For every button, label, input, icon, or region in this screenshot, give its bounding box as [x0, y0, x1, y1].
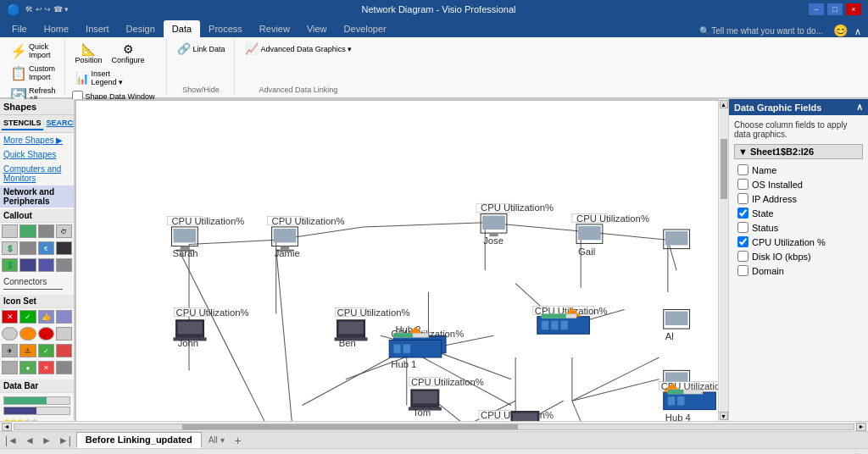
position-btn[interactable]: 📐 Position	[72, 41, 106, 66]
callout-shape-3[interactable]	[38, 224, 54, 238]
advanced-data-graphics-btn[interactable]: 📈 Advanced Data Graphics ▾	[242, 41, 356, 57]
right-scrollbar[interactable]: ▲ ▼	[718, 99, 728, 421]
field-os-installed[interactable]: OS Installed	[734, 177, 863, 191]
icon-set-shape-6[interactable]	[19, 327, 36, 340]
icon-set-shape-2[interactable]: ✓	[19, 310, 36, 324]
callout-shape-10[interactable]	[19, 258, 36, 272]
scroll-track-h[interactable]	[14, 424, 854, 430]
callout-shape-11[interactable]	[38, 258, 54, 272]
icon-set-shape-8[interactable]	[56, 327, 72, 340]
data-bar-stars[interactable]: ★★★★★	[3, 417, 70, 421]
svg-text:Hub 1: Hub 1	[391, 359, 416, 369]
data-bar-1[interactable]	[3, 396, 70, 405]
more-shapes-link[interactable]: More Shapes ▶	[0, 133, 74, 147]
callout-shape-12[interactable]	[56, 258, 72, 272]
scroll-left-btn[interactable]: ◄	[2, 423, 12, 431]
callout-shape-1[interactable]	[2, 224, 18, 238]
icon-set-shape-12[interactable]	[56, 344, 72, 357]
tab-nav-last[interactable]: ►|	[57, 435, 73, 446]
insert-legend-btn[interactable]: 📊 InsertLegend ▾	[72, 68, 127, 88]
data-bar-section-header: Data Bar	[0, 379, 74, 393]
maximize-button[interactable]: □	[827, 3, 843, 15]
svg-text:Al: Al	[665, 331, 674, 341]
tab-nav-prev[interactable]: ◄	[23, 435, 36, 446]
icon-set-shape-11[interactable]: ✓	[38, 344, 54, 357]
search-tab[interactable]: SEARCH	[45, 117, 75, 130]
tab-nav-next[interactable]: ►	[40, 435, 53, 446]
window-title: Network Diagram - Visio Professional	[69, 4, 809, 14]
callout-shape-9[interactable]: 💲	[2, 258, 18, 272]
tab-insert[interactable]: Insert	[77, 20, 118, 37]
scroll-thumb[interactable]	[721, 139, 727, 200]
tab-developer[interactable]: Developer	[336, 20, 395, 37]
field-state[interactable]: State	[734, 206, 863, 220]
icon-set-shape-14[interactable]: ●	[19, 361, 36, 374]
scroll-track[interactable]	[720, 108, 728, 412]
icon-set-shape-13[interactable]	[2, 361, 18, 374]
field-cpu-utilization[interactable]: CPU Utilization %	[734, 235, 863, 249]
callout-shape-2[interactable]	[19, 224, 36, 238]
icon-set-shape-4[interactable]	[56, 310, 72, 324]
data-bar-2[interactable]	[3, 407, 70, 415]
field-name[interactable]: Name	[734, 163, 863, 177]
field-status[interactable]: Status	[734, 220, 863, 235]
scroll-down-btn[interactable]: ▼	[720, 412, 728, 420]
tab-before-linking[interactable]: Before Linking_updated	[76, 432, 202, 448]
group-external-data: ⚡ QuickImport 📋 CustomImport 🔄 R	[2, 39, 65, 96]
sheet-expand-icon[interactable]: ▼	[738, 147, 748, 157]
tab-data[interactable]: Data	[164, 20, 200, 37]
rp-sheet-header[interactable]: ▼ Sheet1$B2:I26	[734, 144, 863, 159]
field-state-checkbox[interactable]	[737, 208, 748, 219]
tab-home[interactable]: Home	[36, 20, 77, 37]
minimize-button[interactable]: −	[809, 3, 824, 15]
scroll-up-btn[interactable]: ▲	[720, 100, 728, 108]
tab-process[interactable]: Process	[200, 20, 251, 37]
add-tab-btn[interactable]: +	[231, 434, 245, 447]
icon-set-shape-9[interactable]: ✈	[2, 344, 18, 357]
scroll-thumb-h[interactable]	[182, 424, 518, 429]
icon-set-shape-7[interactable]	[38, 327, 54, 340]
tab-nav-first[interactable]: |◄	[3, 435, 19, 446]
tab-view[interactable]: View	[298, 20, 336, 37]
icon-set-shape-10[interactable]: ⚠	[19, 344, 36, 357]
field-disk-io-checkbox[interactable]	[737, 251, 748, 262]
icon-set-shape-3[interactable]: 👍	[38, 310, 54, 324]
horizontal-scrollbar[interactable]: ◄ ►	[0, 421, 868, 431]
tab-dropdown-btn[interactable]: All ▾	[205, 435, 228, 445]
ribbon-collapse-btn[interactable]: ∧	[851, 26, 865, 37]
field-disk-io[interactable]: Disk IO (kbps)	[734, 249, 863, 263]
icon-set-shape-16[interactable]	[56, 361, 72, 374]
stencils-tab[interactable]: STENCILS	[2, 117, 43, 130]
callout-shape-5[interactable]: 💲	[2, 241, 18, 255]
field-ip-address-checkbox[interactable]	[737, 193, 748, 204]
close-button[interactable]: ×	[846, 3, 861, 15]
field-domain[interactable]: Domain	[734, 263, 863, 278]
field-status-checkbox[interactable]	[737, 222, 748, 233]
icon-set-shape-5[interactable]	[2, 327, 18, 340]
icon-set-shape-15[interactable]: ✕	[38, 361, 54, 374]
callout-shape-7[interactable]: €	[38, 241, 54, 255]
canvas-area[interactable]: CPU Utilization% Sarah CPU Utilization% …	[75, 99, 718, 421]
connector-visual[interactable]	[3, 289, 63, 290]
field-os-installed-checkbox[interactable]	[737, 179, 748, 190]
field-ip-address[interactable]: IP Address	[734, 191, 863, 206]
network-peripherals-link[interactable]: Network and Peripherals	[0, 185, 74, 208]
quick-shapes-link[interactable]: Quick Shapes	[0, 147, 74, 162]
tab-file[interactable]: File	[3, 20, 36, 37]
icon-set-shape-1[interactable]: ✕	[2, 310, 18, 324]
link-data-btn[interactable]: 🔗 Link Data	[174, 41, 229, 57]
right-panel-collapse-icon[interactable]: ∧	[856, 102, 863, 113]
callout-shape-6[interactable]	[19, 241, 36, 255]
custom-import-btn[interactable]: 📋 CustomImport	[7, 63, 58, 83]
quick-import-btn[interactable]: ⚡ QuickImport	[7, 41, 54, 61]
computers-monitors-link[interactable]: Computers and Monitors	[0, 162, 74, 185]
field-name-checkbox[interactable]	[737, 164, 748, 175]
field-domain-checkbox[interactable]	[737, 265, 748, 276]
tab-design[interactable]: Design	[118, 20, 164, 37]
field-cpu-utilization-checkbox[interactable]	[737, 236, 748, 247]
configure-btn[interactable]: ⚙ Configure	[108, 41, 148, 66]
scroll-right-btn[interactable]: ►	[856, 423, 866, 431]
tab-review[interactable]: Review	[251, 20, 298, 37]
callout-shape-8[interactable]	[56, 241, 72, 255]
callout-shape-4[interactable]: ⏱	[56, 224, 72, 238]
